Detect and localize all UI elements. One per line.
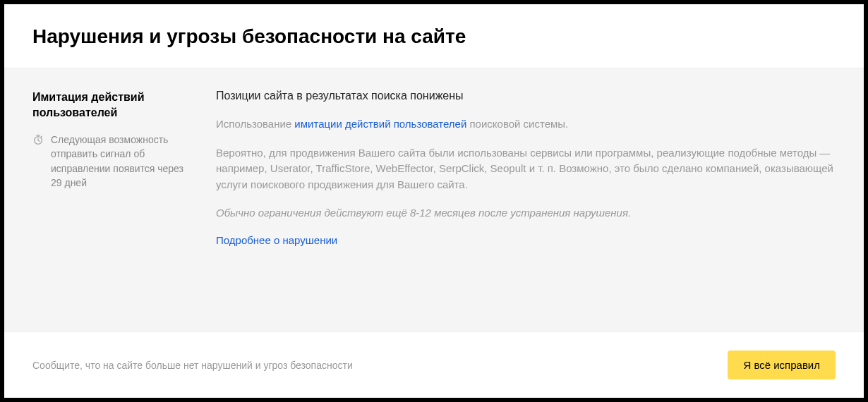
violation-duration-note: Обычно ограничения действуют ещё 8-12 ме… <box>216 205 836 221</box>
timer-text: Следующая возможность отправить сигнал о… <box>51 133 195 190</box>
timer-row: Следующая возможность отправить сигнал о… <box>32 133 195 190</box>
para1-suffix: поисковой системы. <box>466 118 568 130</box>
violation-details: Позиции сайта в результатах поиска пониж… <box>216 90 836 303</box>
security-violations-panel: Нарушения и угрозы безопасности на сайте… <box>4 4 864 398</box>
timer-icon <box>32 134 44 148</box>
para1-prefix: Использование <box>216 118 294 130</box>
footer-instruction: Сообщите, что на сайте больше нет наруше… <box>32 360 353 371</box>
page-title: Нарушения и угрозы безопасности на сайте <box>32 25 836 48</box>
panel-header: Нарушения и угрозы безопасности на сайте <box>4 4 864 68</box>
violation-description-2: Вероятно, для продвижения Вашего сайта б… <box>216 145 836 193</box>
panel-footer: Сообщите, что на сайте больше нет наруше… <box>4 331 864 398</box>
violation-type-link[interactable]: имитации действий пользователей <box>294 118 466 130</box>
violation-sidebar: Имитация действий пользователей Следующа… <box>32 90 195 303</box>
i-fixed-it-button[interactable]: Я всё исправил <box>728 351 836 379</box>
violation-status-heading: Позиции сайта в результатах поиска пониж… <box>216 90 836 102</box>
panel-body: Имитация действий пользователей Следующа… <box>4 68 864 331</box>
violation-description-1: Использование имитации действий пользова… <box>216 116 836 133</box>
more-about-violation-link[interactable]: Подробнее о нарушении <box>216 234 337 246</box>
violation-name: Имитация действий пользователей <box>32 90 195 120</box>
